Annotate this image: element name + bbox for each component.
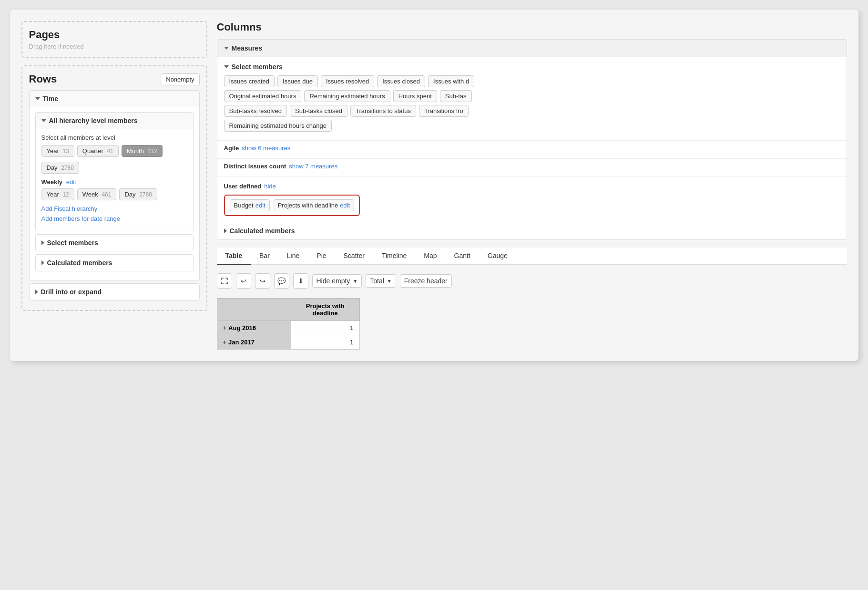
budget-edit-link[interactable]: edit — [255, 202, 266, 209]
nonempty-button[interactable]: Nonempty — [161, 73, 199, 85]
week-btn[interactable]: Week 461 — [77, 188, 117, 200]
month-btn[interactable]: Month 112 — [122, 145, 163, 157]
user-defined-label: User defined hide — [224, 183, 840, 190]
tab-bar[interactable]: Bar — [251, 248, 278, 265]
measures-box: Measures Select members Issues created I… — [217, 39, 847, 240]
year-btn[interactable]: Year 13 — [41, 145, 74, 157]
tab-scatter[interactable]: Scatter — [335, 248, 373, 265]
transitions-fro-tag[interactable]: Transitions fro — [419, 105, 469, 117]
comment-btn[interactable]: 💬 — [274, 273, 289, 289]
redo-btn[interactable]: ↪ — [255, 273, 270, 289]
all-hierarchy-header[interactable]: All hierarchy level members — [36, 113, 193, 129]
distinct-show-link[interactable]: show 7 measures — [289, 163, 337, 170]
distinct-label: Distinct issues count show 7 measures — [224, 163, 840, 170]
select-members-header[interactable]: Select members — [36, 235, 193, 251]
tab-table[interactable]: Table — [217, 248, 251, 265]
subtasks-closed-tag[interactable]: Sub-tasks closed — [290, 105, 347, 117]
weekly-section: Weekly edit — [41, 178, 187, 186]
original-estimated-tag[interactable]: Original estimated hours — [224, 90, 302, 102]
hours-spent-tag[interactable]: Hours spent — [393, 90, 437, 102]
issues-due-tag[interactable]: Issues due — [277, 75, 318, 87]
remaining-estimated-change-tag[interactable]: Remaining estimated hours change — [224, 120, 332, 132]
total-btn[interactable]: Total ▼ — [366, 274, 396, 288]
calc-members-header[interactable]: Calculated members — [224, 227, 840, 235]
remaining-estimated-tag[interactable]: Remaining estimated hours — [304, 90, 390, 102]
all-hierarchy-content: Select all members at level Year 13 Quar… — [36, 129, 193, 231]
quarter-btn[interactable]: Quarter 41 — [77, 145, 119, 157]
columns-title: Columns — [217, 21, 847, 33]
quarter-label: Quarter — [82, 147, 103, 155]
select-members-sub-header[interactable]: Select members — [224, 63, 840, 71]
user-defined-section: User defined hide Budget edit Projects w… — [217, 177, 847, 222]
projects-deadline-tag[interactable]: Projects with deadline edit — [274, 199, 354, 211]
day2-label: Day — [124, 191, 135, 198]
download-btn[interactable]: ⬇ — [293, 273, 308, 289]
day2-count: 2780 — [139, 191, 152, 198]
calculated-members-header[interactable]: Calculated members — [36, 255, 193, 271]
all-hierarchy-accordion: All hierarchy level members Select all m… — [35, 112, 194, 231]
tab-timeline[interactable]: Timeline — [373, 248, 415, 265]
pages-title: Pages — [29, 29, 200, 41]
tab-gantt[interactable]: Gantt — [446, 248, 479, 265]
week-label: Week — [82, 191, 98, 198]
issues-created-tag[interactable]: Issues created — [224, 75, 275, 87]
transitions-to-status-tag[interactable]: Transitions to status — [350, 105, 416, 117]
triangle-right-icon — [41, 240, 44, 245]
weekly-label: Weekly — [41, 178, 63, 186]
year2-btn[interactable]: Year 12 — [41, 188, 74, 200]
week-count: 461 — [102, 191, 111, 198]
issues-closed-tag[interactable]: Issues closed — [377, 75, 425, 87]
year2-count: 12 — [62, 191, 69, 198]
day2-btn[interactable]: Day 2780 — [119, 188, 157, 200]
add-fiscal-link[interactable]: Add Fiscal hierarchy — [41, 205, 187, 212]
weekly-edit-link[interactable]: edit — [66, 178, 76, 186]
expand-icon-btn[interactable] — [217, 273, 232, 289]
total-label: Total — [370, 277, 384, 285]
subtasks-resolved-tag[interactable]: Sub-tasks resolved — [224, 105, 287, 117]
freeze-header-btn[interactable]: Freeze header — [400, 274, 452, 288]
tag-row-1: Issues created Issues due Issues resolve… — [224, 75, 840, 87]
measures-header[interactable]: Measures — [217, 40, 847, 57]
year-count: 13 — [62, 148, 69, 155]
row-label[interactable]: +Aug 2016 — [217, 321, 291, 335]
drill-header[interactable]: Drill into or expand — [30, 284, 199, 300]
calculated-members-label: Calculated members — [47, 259, 112, 267]
select-all-label: Select all members at level — [41, 134, 187, 141]
add-date-range-link[interactable]: Add members for date range — [41, 215, 187, 222]
pages-subtitle: Drag here if needed — [29, 43, 200, 50]
data-table: Projects with deadline +Aug 20161+Jan 20… — [217, 298, 360, 350]
tab-map[interactable]: Map — [415, 248, 445, 265]
tab-gauge[interactable]: Gauge — [479, 248, 516, 265]
row-value: 1 — [291, 335, 359, 350]
weekly-member-buttons: Year 12 Week 461 Day 2780 — [41, 188, 187, 200]
toolbar: ↩ ↪ 💬 ⬇ Hide empty ▼ Total ▼ Freeze head… — [217, 270, 847, 291]
select-members-sub-label: Select members — [232, 63, 283, 71]
total-arrow-icon: ▼ — [387, 279, 392, 284]
budget-tag[interactable]: Budget edit — [230, 199, 270, 211]
table-row: +Aug 20161 — [217, 321, 359, 335]
agile-show-link[interactable]: show 6 measures — [242, 145, 290, 152]
tab-pie[interactable]: Pie — [308, 248, 335, 265]
undo-btn[interactable]: ↩ — [236, 273, 251, 289]
day-btn[interactable]: Day 2780 — [41, 162, 79, 174]
rows-title: Rows — [29, 73, 57, 85]
month-count: 112 — [148, 148, 157, 155]
drill-label: Drill into or expand — [41, 288, 102, 296]
triangle-right-icon2 — [41, 260, 44, 265]
drill-accordion: Drill into or expand — [29, 283, 200, 300]
time-accordion-header[interactable]: Time — [30, 91, 199, 107]
issues-resolved-tag[interactable]: Issues resolved — [321, 75, 374, 87]
rows-section: Rows Nonempty Time All hierarchy level m… — [21, 65, 207, 311]
hide-empty-btn[interactable]: Hide empty ▼ — [312, 274, 362, 288]
row-label[interactable]: +Jan 2017 — [217, 335, 291, 350]
issues-with-d-tag[interactable]: Issues with d — [428, 75, 474, 87]
sub-tas-tag[interactable]: Sub-tas — [440, 90, 472, 102]
user-defined-hide-link[interactable]: hide — [264, 183, 276, 190]
empty-header — [217, 299, 291, 321]
tab-line[interactable]: Line — [278, 248, 308, 265]
calc-members-triangle-icon — [224, 228, 227, 233]
left-panel: Pages Drag here if needed Rows Nonempty … — [21, 21, 207, 350]
right-panel: Columns Measures Select members Issues c… — [217, 21, 847, 350]
select-members-subsection: Select members Issues created Issues due… — [217, 57, 847, 141]
projects-edit-link[interactable]: edit — [340, 202, 350, 209]
